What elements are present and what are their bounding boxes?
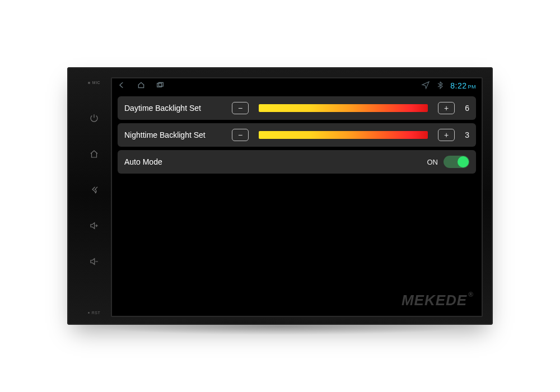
reset-hole[interactable]: RST xyxy=(88,311,101,315)
location-indicator xyxy=(421,81,430,91)
volume-down-icon xyxy=(89,256,99,267)
settings-panel: Daytime Backlight Set − + 6 Nighttime Ba… xyxy=(112,93,482,316)
volume-down-button[interactable] xyxy=(87,255,101,268)
back-button[interactable] xyxy=(87,183,101,197)
brand-watermark: MEKEDE® xyxy=(402,292,473,309)
daytime-value: 6 xyxy=(461,104,469,113)
daytime-decrease-button[interactable]: − xyxy=(232,102,249,114)
mic-indicator: MIC xyxy=(88,81,100,85)
bluetooth-icon xyxy=(436,81,445,90)
nighttime-decrease-button[interactable]: − xyxy=(232,129,249,141)
mic-label: MIC xyxy=(92,81,100,85)
daytime-backlight-row: Daytime Backlight Set − + 6 xyxy=(118,96,476,120)
bluetooth-indicator xyxy=(436,81,445,91)
power-icon xyxy=(89,113,99,123)
brand-mark: ® xyxy=(468,291,474,298)
home-button[interactable] xyxy=(87,147,101,161)
nighttime-slider[interactable] xyxy=(259,131,428,139)
device-bezel: MIC RST xyxy=(67,67,493,325)
android-status-bar: 8:22PM xyxy=(112,78,482,93)
location-icon xyxy=(421,81,430,90)
volume-up-button[interactable] xyxy=(87,219,101,232)
recent-apps-icon xyxy=(156,81,165,90)
auto-mode-state: ON xyxy=(427,158,438,166)
nav-home-soft[interactable] xyxy=(137,81,146,91)
home-icon xyxy=(89,149,99,159)
nighttime-label: Nighttime Backlight Set xyxy=(124,130,225,139)
screen: 8:22PM Daytime Backlight Set − + 6 Night… xyxy=(111,77,483,317)
status-clock: 8:22PM xyxy=(450,81,476,90)
reset-label: RST xyxy=(92,311,101,315)
home-outline-icon xyxy=(137,81,146,90)
nighttime-backlight-row: Nighttime Backlight Set − + 3 xyxy=(118,123,476,147)
clock-suffix: PM xyxy=(468,84,477,90)
daytime-label: Daytime Backlight Set xyxy=(124,104,225,113)
back-arrow-icon xyxy=(118,81,127,90)
clock-time: 8:22 xyxy=(450,81,466,90)
nav-back-soft[interactable] xyxy=(118,81,127,91)
nav-recent-soft[interactable] xyxy=(156,81,165,91)
auto-mode-row: Auto Mode ON xyxy=(118,150,476,174)
hardware-button-column: MIC RST xyxy=(77,77,111,317)
daytime-increase-button[interactable]: + xyxy=(438,102,455,114)
power-button[interactable] xyxy=(87,111,101,125)
auto-mode-label: Auto Mode xyxy=(124,157,162,166)
brand-text: MEKEDE xyxy=(402,292,467,309)
nighttime-increase-button[interactable]: + xyxy=(438,129,455,141)
nighttime-value: 3 xyxy=(461,130,469,139)
volume-up-icon xyxy=(89,221,99,231)
daytime-slider[interactable] xyxy=(259,104,428,112)
auto-mode-toggle[interactable] xyxy=(444,156,469,168)
back-icon xyxy=(89,185,99,195)
